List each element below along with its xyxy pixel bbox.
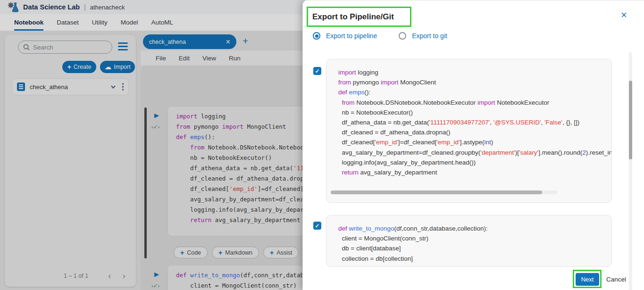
code-block-content: import loggingfrom pymongo import MongoC… [326, 59, 611, 177]
radio-label-pipeline[interactable]: Export to pipeline [326, 32, 377, 40]
close-icon[interactable]: × [621, 10, 627, 20]
horizontal-scrollbar-thumb[interactable] [331, 191, 542, 194]
export-code-block: def write_to_mongo(df,conn_str,database,… [326, 215, 612, 267]
code-block-content: def write_to_mongo(df,conn_str,database,… [326, 215, 611, 267]
export-code-block: import loggingfrom pymongo import MongoC… [326, 59, 612, 203]
cancel-button[interactable]: Cancel [606, 273, 626, 286]
horizontal-scrollbar-track[interactable] [331, 191, 557, 194]
vertical-scrollbar-track[interactable] [629, 52, 632, 290]
radio-export-pipeline[interactable] [313, 32, 320, 40]
radio-export-git[interactable] [399, 32, 406, 40]
cell-select-checkbox[interactable]: ✓ [313, 67, 321, 75]
modal-title: Export to Pipeline/Git [312, 12, 394, 22]
cell-select-checkbox[interactable]: ✓ [313, 222, 321, 230]
export-modal: Export to Pipeline/Git × Export to pipel… [302, 0, 644, 290]
next-button[interactable]: Next [576, 273, 599, 286]
export-type-radio-group: Export to pipeline Export to git [313, 32, 447, 40]
vertical-scrollbar-thumb[interactable] [629, 81, 632, 159]
radio-label-git[interactable]: Export to git [412, 32, 447, 40]
